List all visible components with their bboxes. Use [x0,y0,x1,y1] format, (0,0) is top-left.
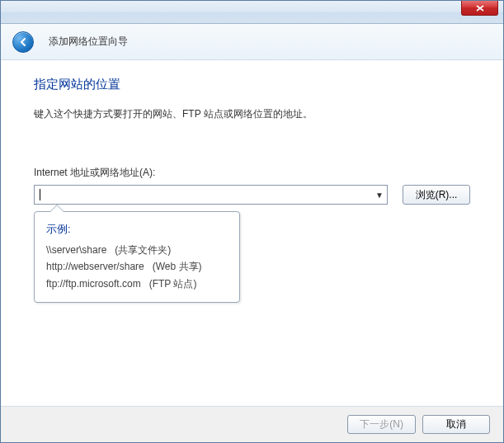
example-line: http://webserver/share(Web 共享) [46,258,228,275]
content-area: 指定网站的位置 键入这个快捷方式要打开的网站、FTP 站点或网络位置的地址。 I… [1,60,503,205]
text-cursor [40,189,40,200]
titlebar [1,1,503,24]
wizard-title: 添加网络位置向导 [49,35,128,49]
arrow-left-icon [17,36,29,48]
example-line: \\server\share(共享文件夹) [46,242,228,258]
address-label: Internet 地址或网络地址(A): [34,166,470,180]
wizard-window: 添加网络位置向导 指定网站的位置 键入这个快捷方式要打开的网站、FTP 站点或网… [0,0,504,443]
page-instruction: 键入这个快捷方式要打开的网站、FTP 站点或网络位置的地址。 [34,107,470,121]
close-icon [476,5,484,12]
tooltip-title: 示例: [46,222,228,237]
header-row: 添加网络位置向导 [1,24,503,60]
browse-button[interactable]: 浏览(R)... [403,185,470,205]
next-button[interactable]: 下一步(N) [347,415,416,434]
footer: 下一步(N) 取消 [1,406,503,442]
cancel-button[interactable]: 取消 [422,415,490,434]
chevron-down-icon[interactable]: ▼ [372,191,387,200]
address-input[interactable] [35,186,372,204]
close-button[interactable] [461,1,498,16]
back-button[interactable] [12,31,34,53]
example-line: ftp://ftp.microsoft.com(FTP 站点) [46,276,228,292]
examples-tooltip: 示例: \\server\share(共享文件夹) http://webserv… [34,211,240,303]
page-heading: 指定网站的位置 [34,77,470,92]
address-combobox[interactable]: ▼ [34,185,388,205]
